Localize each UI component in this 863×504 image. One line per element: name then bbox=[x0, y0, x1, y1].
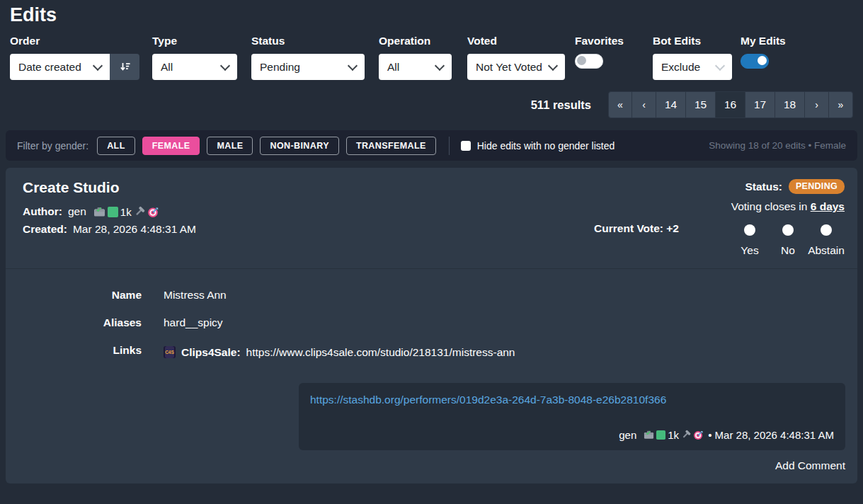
green-square-icon bbox=[108, 207, 118, 217]
voting-closes-text: Voting closes in bbox=[731, 200, 808, 212]
comment-author-badges: 1k bbox=[644, 429, 704, 441]
vote-abstain-label: Abstain bbox=[808, 244, 845, 257]
type-select-value: All bbox=[161, 61, 173, 74]
created-label: Created: bbox=[23, 223, 67, 236]
author-badges: 1k bbox=[93, 206, 159, 218]
results-row: 511 results « ‹ 14 15 16 17 18 › » bbox=[10, 91, 853, 118]
hammer-icon bbox=[134, 206, 145, 217]
operation-select[interactable]: All bbox=[379, 54, 452, 80]
voted-select[interactable]: Not Yet Voted bbox=[467, 54, 565, 80]
vote-options: Yes No Abstain bbox=[731, 219, 845, 257]
comment-author[interactable]: gen bbox=[619, 429, 636, 441]
edit-card-body: Name Mistress Ann Aliases hard__spicy Li… bbox=[6, 269, 857, 483]
gender-button-non-binary[interactable]: NON-BINARY bbox=[260, 137, 338, 155]
comment-performer-link[interactable]: https://stashdb.org/performers/019d2e3a-… bbox=[310, 394, 834, 406]
status-filter-label: Status bbox=[251, 35, 365, 47]
karma-count: 1k bbox=[120, 206, 132, 218]
order-select-value: Date created bbox=[18, 61, 81, 74]
bot-edits-label: Bot Edits bbox=[653, 35, 732, 47]
filters-row: Order Date created bbox=[10, 35, 853, 80]
status-label: Status: bbox=[745, 181, 782, 193]
gender-button-all[interactable]: ALL bbox=[97, 137, 135, 155]
briefcase-check-icon bbox=[644, 430, 654, 440]
operation-label: Operation bbox=[379, 35, 452, 47]
results-summary: Showing 18 of 20 edits • Female bbox=[709, 140, 846, 151]
aliases-field-label: Aliases bbox=[6, 316, 142, 329]
comment-date: • Mar 28, 2026 4:48:31 AM bbox=[708, 429, 834, 441]
pagination: « ‹ 14 15 16 17 18 › » bbox=[608, 91, 853, 118]
type-select[interactable]: All bbox=[152, 54, 237, 80]
vote-abstain-radio[interactable] bbox=[821, 224, 832, 236]
my-edits-label: My Edits bbox=[741, 35, 811, 47]
chevron-down-icon bbox=[715, 60, 725, 70]
field-row-aliases: Aliases hard__spicy bbox=[6, 316, 845, 329]
divider bbox=[449, 137, 450, 155]
voted-label: Voted bbox=[467, 35, 565, 47]
favorites-label: Favorites bbox=[575, 35, 643, 47]
status-select[interactable]: Pending bbox=[251, 54, 365, 80]
sort-direction-button[interactable] bbox=[110, 54, 139, 80]
page-button[interactable]: 18 bbox=[775, 91, 805, 118]
links-field-label: Links bbox=[6, 344, 142, 357]
comment: https://stashdb.org/performers/019d2e3a-… bbox=[299, 383, 845, 450]
page-button[interactable]: 14 bbox=[656, 91, 686, 118]
bot-edits-select-value: Exclude bbox=[661, 61, 700, 74]
sort-descending-icon bbox=[119, 61, 131, 73]
edit-card: Create Studio Author: gen bbox=[6, 168, 857, 483]
field-row-links: Links C4S Clips4Sale: https://www.clips4… bbox=[6, 344, 845, 359]
gender-button-male[interactable]: MALE bbox=[207, 137, 253, 155]
vote-no-label: No bbox=[781, 244, 795, 257]
my-edits-toggle[interactable] bbox=[741, 54, 769, 69]
edit-title: Create Studio bbox=[23, 179, 196, 196]
comment-section: https://stashdb.org/performers/019d2e3a-… bbox=[299, 383, 845, 472]
page-button[interactable]: 15 bbox=[686, 91, 716, 118]
voting-closes-value[interactable]: 6 days bbox=[811, 200, 845, 212]
status-badge: PENDING bbox=[789, 179, 845, 194]
name-field-label: Name bbox=[6, 289, 142, 302]
name-field-value: Mistress Ann bbox=[142, 289, 845, 302]
prev-page-button[interactable]: ‹ bbox=[632, 91, 656, 118]
gender-button-transfemale[interactable]: TRANSFEMALE bbox=[346, 137, 436, 155]
page-button[interactable]: 17 bbox=[745, 91, 775, 118]
operation-select-value: All bbox=[387, 61, 399, 74]
next-page-button[interactable]: › bbox=[805, 91, 829, 118]
clips4sale-favicon: C4S bbox=[164, 346, 176, 358]
order-select[interactable]: Date created bbox=[10, 54, 110, 80]
page-button-active[interactable]: 16 bbox=[716, 91, 745, 118]
gender-button-female[interactable]: FEMALE bbox=[142, 137, 200, 155]
edits-page: Edits Order Date created bbox=[0, 0, 863, 504]
gender-filter-label: Filter by gender: bbox=[17, 140, 88, 151]
chevron-down-icon bbox=[93, 60, 103, 70]
favorites-toggle[interactable] bbox=[575, 54, 603, 69]
vote-yes-radio[interactable] bbox=[744, 224, 755, 236]
field-row-name: Name Mistress Ann bbox=[6, 289, 845, 302]
order-label: Order bbox=[10, 35, 139, 47]
vote-yes-label: Yes bbox=[741, 244, 758, 257]
toggle-knob bbox=[758, 56, 767, 65]
chevron-down-icon bbox=[220, 60, 230, 70]
author-label: Author: bbox=[23, 205, 62, 218]
author-name[interactable]: gen bbox=[68, 205, 86, 218]
vote-no-radio[interactable] bbox=[782, 224, 794, 236]
current-vote-value: +2 bbox=[666, 222, 679, 234]
hide-no-gender-checkbox[interactable] bbox=[461, 141, 471, 151]
type-label: Type bbox=[152, 35, 237, 47]
toggle-knob bbox=[577, 56, 586, 65]
voted-select-value: Not Yet Voted bbox=[476, 61, 542, 74]
dart-target-icon bbox=[693, 430, 704, 440]
last-page-button[interactable]: » bbox=[829, 91, 853, 118]
first-page-button[interactable]: « bbox=[608, 91, 632, 118]
gender-filter-bar: Filter by gender: ALL FEMALE MALE NON-BI… bbox=[6, 130, 857, 161]
bot-edits-select[interactable]: Exclude bbox=[653, 54, 732, 80]
green-square-icon bbox=[656, 430, 665, 440]
add-comment-button[interactable]: Add Comment bbox=[775, 459, 845, 471]
link-url[interactable]: https://www.clips4sale.com/studio/218131… bbox=[246, 346, 515, 359]
briefcase-check-icon bbox=[93, 206, 105, 217]
hide-no-gender-label: Hide edits with no gender listed bbox=[477, 140, 615, 151]
dart-target-icon bbox=[147, 206, 159, 218]
results-count: 511 results bbox=[531, 98, 591, 112]
chevron-down-icon bbox=[435, 60, 445, 70]
hammer-icon bbox=[681, 430, 691, 440]
aliases-field-value: hard__spicy bbox=[142, 316, 845, 329]
chevron-down-icon bbox=[348, 60, 358, 70]
